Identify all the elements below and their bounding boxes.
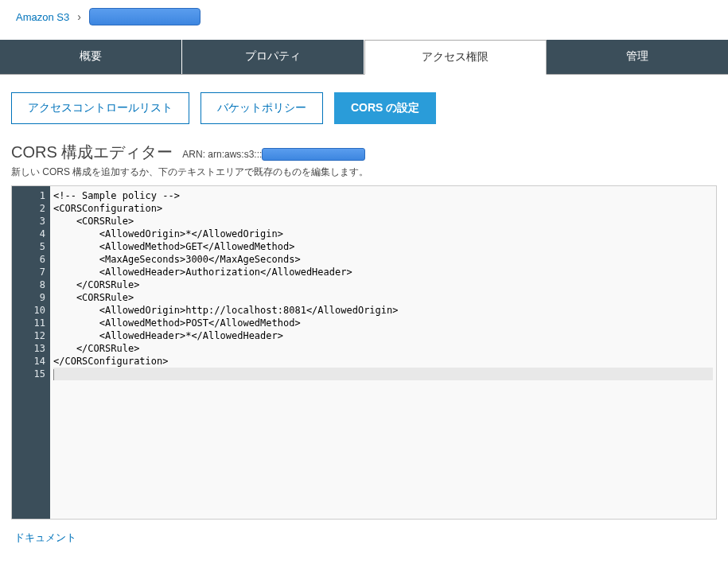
chevron-right-icon: ›: [77, 10, 81, 23]
subtab-bucket-policy[interactable]: バケットポリシー: [200, 92, 323, 124]
main-tabs: 概要 プロパティ アクセス権限 管理: [0, 40, 728, 75]
subtab-cors[interactable]: CORS の設定: [334, 92, 436, 124]
editor-subtitle: 新しい CORS 構成を追加するか、下のテキストエリアで既存のものを編集します。: [11, 165, 717, 179]
code-textarea[interactable]: <!-- Sample policy --><CORSConfiguration…: [50, 186, 716, 519]
breadcrumb: Amazon S3 ›: [0, 0, 728, 33]
breadcrumb-root-link[interactable]: Amazon S3: [16, 11, 69, 23]
documentation-link[interactable]: ドキュメント: [14, 531, 76, 545]
subtab-acl[interactable]: アクセスコントロールリスト: [11, 92, 189, 124]
arn-bucket-name: [262, 148, 365, 161]
permission-sub-tabs: アクセスコントロールリスト バケットポリシー CORS の設定: [0, 75, 728, 142]
editor-arn: ARN: arn:aws:s3:::: [182, 148, 365, 161]
editor-header: CORS 構成エディター ARN: arn:aws:s3::: 新しい CORS…: [0, 142, 728, 185]
tab-permissions[interactable]: アクセス権限: [364, 40, 547, 75]
breadcrumb-bucket-name[interactable]: [89, 8, 200, 25]
editor-title: CORS 構成エディター: [11, 142, 173, 163]
tab-properties[interactable]: プロパティ: [182, 40, 364, 74]
tab-management[interactable]: 管理: [547, 40, 728, 74]
arn-label: ARN: arn:aws:s3:::: [182, 149, 262, 160]
code-editor[interactable]: 123456789101112131415 <!-- Sample policy…: [11, 185, 717, 520]
tab-overview[interactable]: 概要: [0, 40, 182, 74]
line-number-gutter: 123456789101112131415: [12, 186, 50, 519]
